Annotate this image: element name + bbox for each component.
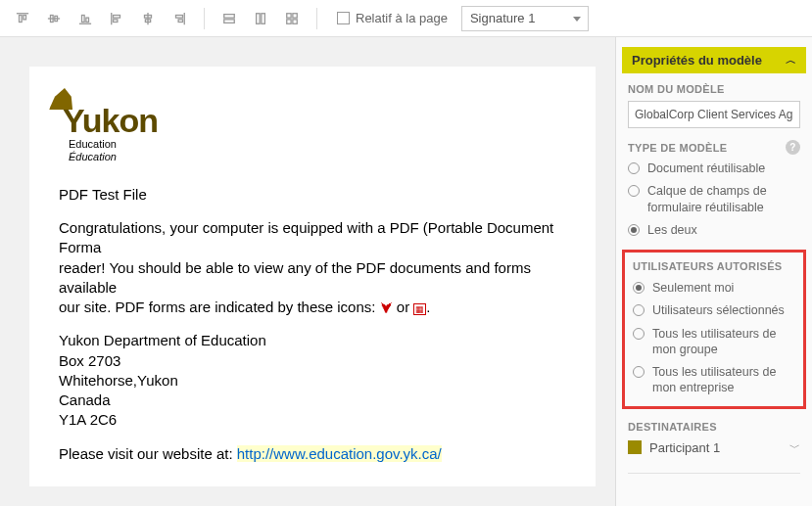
- authorized-users-section: UTILISATEURS AUTORISÉS Seulement moi Uti…: [622, 250, 806, 409]
- radio-reusable-doc[interactable]: Document réutilisable: [628, 161, 800, 176]
- svg-rect-17: [178, 19, 182, 22]
- website-line: Please visit our website at: http://www.…: [59, 444, 566, 464]
- svg-rect-19: [224, 19, 235, 23]
- svg-rect-21: [262, 13, 265, 23]
- logo-text: Yukon: [59, 106, 158, 136]
- svg-rect-1: [20, 15, 23, 22]
- svg-rect-18: [224, 14, 235, 18]
- document-body: PDF Test File Congratulations, your comp…: [59, 185, 566, 464]
- panel-header[interactable]: Propriétés du modèle ︿: [622, 47, 806, 73]
- svg-rect-11: [114, 19, 118, 22]
- panel-title: Propriétés du modèle: [632, 53, 762, 68]
- checkbox-icon: [337, 12, 350, 24]
- main-area: Yukon Education Éducation PDF Test File …: [0, 37, 812, 506]
- chevron-up-icon: ︿: [786, 53, 796, 68]
- align-middle-h-icon[interactable]: [41, 6, 67, 31]
- svg-rect-24: [287, 19, 291, 23]
- radio-icon: [633, 328, 645, 340]
- separator: [628, 473, 800, 474]
- radio-form-layer[interactable]: Calque de champs de formulaire réutilisa…: [628, 183, 800, 215]
- svg-rect-10: [114, 15, 120, 18]
- svg-rect-7: [82, 15, 85, 22]
- align-center-v-icon[interactable]: [135, 6, 161, 31]
- pdf-file-icon: ▦: [413, 303, 426, 315]
- radio-icon: [628, 162, 640, 174]
- address-line: Yukon Department of Education: [59, 331, 566, 350]
- logo-subtitle: Education Éducation: [69, 138, 566, 163]
- properties-sidebar: Propriétés du modèle ︿ NOM DU MODÈLE TYP…: [615, 37, 812, 506]
- doc-paragraph: Congratulations, your computer is equipp…: [59, 218, 566, 317]
- relative-label: Relatif à la page: [356, 11, 448, 25]
- logo: Yukon Education Éducation: [59, 106, 566, 163]
- recipients-label: DESTINATAIRES: [628, 421, 800, 433]
- radio-icon: [628, 224, 640, 236]
- address-line: Y1A 2C6: [59, 410, 566, 430]
- match-width-icon[interactable]: [216, 6, 242, 31]
- svg-rect-16: [176, 15, 183, 18]
- svg-rect-8: [86, 18, 89, 22]
- svg-rect-2: [24, 15, 26, 19]
- radio-group-users[interactable]: Tous les utilisateurs de mon groupe: [633, 326, 795, 358]
- recipient-name: Participant 1: [649, 440, 720, 455]
- signature-select-wrap[interactable]: Signature 1: [461, 6, 589, 31]
- document-viewport[interactable]: Yukon Education Éducation PDF Test File …: [0, 37, 615, 506]
- authorized-users-label: UTILISATEURS AUTORISÉS: [633, 260, 795, 272]
- align-right-icon[interactable]: [167, 6, 192, 31]
- chevron-down-icon: ﹀: [789, 440, 800, 455]
- color-swatch-icon: [628, 440, 642, 454]
- radio-both[interactable]: Les deux: [628, 222, 800, 238]
- separator: [204, 8, 205, 29]
- address-line: Box 2703: [59, 351, 566, 371]
- radio-selected-users[interactable]: Utilisateurs sélectionnés: [633, 302, 795, 318]
- radio-icon: [633, 304, 645, 316]
- doc-title: PDF Test File: [59, 185, 566, 205]
- model-type-label: TYPE DE MODÈLE ?: [628, 140, 800, 155]
- address-line: Canada: [59, 391, 566, 410]
- model-name-section: NOM DU MODÈLE: [616, 83, 812, 140]
- radio-icon: [628, 185, 640, 197]
- address-line: Whitehorse,Yukon: [59, 371, 566, 391]
- model-type-radios: Document réutilisable Calque de champs d…: [628, 161, 800, 238]
- align-top-icon[interactable]: [10, 6, 35, 31]
- svg-rect-25: [293, 19, 297, 23]
- model-name-input[interactable]: [628, 101, 800, 128]
- toolbar: Relatif à la page Signature 1: [0, 0, 812, 37]
- pdf-icon: ⮟: [380, 300, 393, 315]
- model-name-label: NOM DU MODÈLE: [628, 83, 800, 95]
- help-icon[interactable]: ?: [786, 140, 800, 155]
- document-page: Yukon Education Éducation PDF Test File …: [29, 67, 596, 486]
- svg-rect-23: [293, 13, 297, 17]
- align-left-icon[interactable]: [104, 6, 129, 31]
- align-bottom-icon[interactable]: [72, 6, 98, 31]
- signature-select: Signature 1: [461, 6, 589, 31]
- radio-company-users[interactable]: Tous les utilisateurs de mon entreprise: [633, 364, 795, 396]
- radio-icon: [633, 366, 645, 378]
- svg-rect-20: [257, 13, 261, 23]
- website-link[interactable]: http://www.education.gov.yk.ca/: [237, 445, 442, 462]
- radio-only-me[interactable]: Seulement moi: [633, 280, 795, 296]
- svg-rect-22: [287, 13, 291, 17]
- separator: [316, 8, 317, 29]
- match-size-icon[interactable]: [279, 6, 305, 31]
- authorized-users-radios: Seulement moi Utilisateurs sélectionnés …: [633, 280, 795, 396]
- recipient-row[interactable]: Participant 1 ﹀: [628, 438, 800, 457]
- radio-icon: [633, 282, 645, 294]
- match-height-icon[interactable]: [248, 6, 273, 31]
- model-type-section: TYPE DE MODÈLE ? Document réutilisable C…: [616, 140, 812, 250]
- recipients-section: DESTINATAIRES Participant 1 ﹀: [616, 421, 812, 469]
- relative-to-page-checkbox[interactable]: Relatif à la page: [337, 11, 448, 25]
